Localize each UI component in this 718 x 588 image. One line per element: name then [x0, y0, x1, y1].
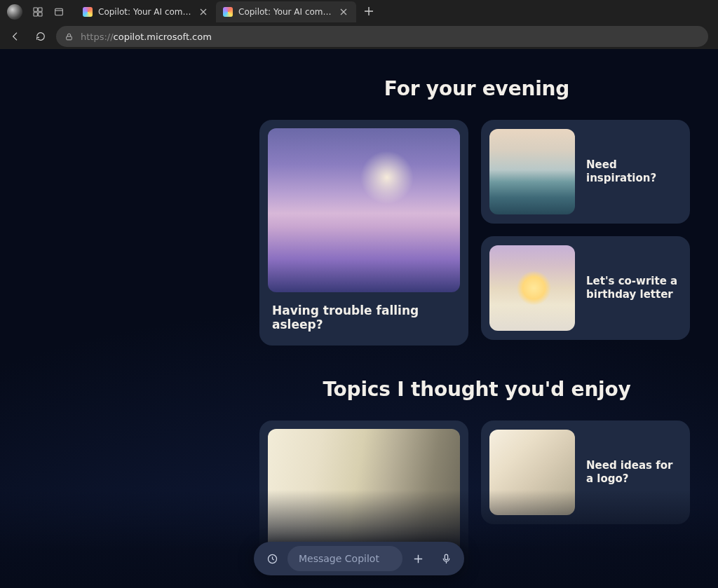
svg-rect-3 [39, 13, 42, 16]
copilot-page: For your evening Having trouble falling … [0, 49, 718, 588]
close-tab-icon[interactable] [338, 6, 349, 18]
history-icon[interactable] [259, 546, 285, 571]
svg-rect-7 [445, 554, 447, 560]
svg-rect-4 [55, 8, 63, 15]
copilot-favicon-icon [83, 7, 93, 17]
close-tab-icon[interactable] [198, 6, 209, 18]
browser-tabs: Copilot: Your AI companion Copilot: Your… [76, 1, 715, 22]
svg-rect-1 [39, 8, 42, 11]
browser-tab[interactable]: Copilot: Your AI companion [216, 1, 356, 22]
suggestion-card-small[interactable]: Need ideas for a logo? [481, 421, 690, 524]
browser-titlebar: Copilot: Your AI companion Copilot: Your… [0, 0, 718, 24]
suggestion-card-small[interactable]: Need inspiration? [481, 120, 690, 224]
card-title: Let's co-write a birthday letter [586, 275, 682, 302]
card-title: Need ideas for a logo? [586, 459, 682, 486]
lock-icon [65, 32, 74, 41]
card-title: Need inspiration? [586, 158, 682, 186]
add-button[interactable] [405, 546, 431, 571]
tab-title: Copilot: Your AI companion [98, 7, 194, 17]
card-image [268, 128, 460, 292]
section-heading: Topics I thought you'd enjoy [259, 378, 694, 401]
prompt-bar: Message Copilot [254, 542, 464, 575]
message-input[interactable]: Message Copilot [287, 546, 402, 571]
browser-addressbar: https://copilot.microsoft.com [0, 24, 718, 49]
browser-chrome: Copilot: Your AI companion Copilot: Your… [0, 0, 718, 49]
card-title: Having trouble falling asleep? [268, 303, 460, 331]
suggestion-feed: For your evening Having trouble falling … [259, 77, 694, 588]
svg-rect-2 [34, 13, 37, 16]
browser-tab[interactable]: Copilot: Your AI companion [76, 1, 216, 22]
copilot-favicon-icon [223, 7, 233, 17]
back-button[interactable] [6, 27, 25, 46]
message-placeholder: Message Copilot [299, 553, 379, 564]
url-text: https://copilot.microsoft.com [81, 32, 212, 42]
suggestion-card-small[interactable]: Let's co-write a birthday letter [481, 236, 690, 340]
refresh-button[interactable] [31, 27, 50, 46]
url-field[interactable]: https://copilot.microsoft.com [56, 26, 708, 47]
section-heading: For your evening [259, 77, 694, 100]
svg-rect-5 [67, 36, 72, 39]
card-image [489, 245, 575, 331]
tab-title: Copilot: Your AI companion [238, 7, 334, 17]
new-tab-button[interactable] [359, 1, 379, 21]
profile-avatar[interactable] [7, 4, 22, 20]
card-image [489, 430, 575, 515]
card-image [489, 129, 575, 214]
card-row: Having trouble falling asleep? Need insp… [259, 120, 694, 346]
suggestion-card-large[interactable]: Having trouble falling asleep? [259, 120, 468, 346]
tab-actions-icon[interactable] [49, 2, 69, 22]
svg-rect-0 [34, 8, 37, 11]
workspaces-icon[interactable] [28, 2, 48, 22]
microphone-icon[interactable] [433, 546, 459, 571]
